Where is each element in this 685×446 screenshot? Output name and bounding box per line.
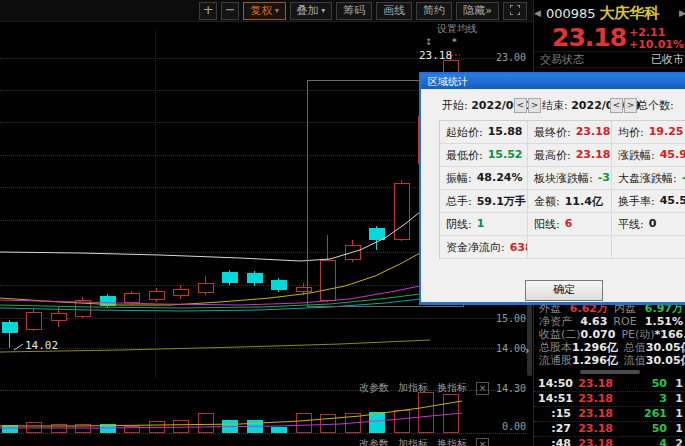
tick-volume: 4 xyxy=(613,437,667,446)
dialog-stat-value: 0 xyxy=(649,217,657,235)
dialog-stat-label: 平线: xyxy=(618,217,644,235)
zoom-out-button[interactable]: − xyxy=(221,2,239,20)
dialog-stat-value: 23.18 xyxy=(576,125,611,143)
axis-price-label: 15.00 xyxy=(488,313,526,324)
dialog-stat-label: 资金净流向: xyxy=(446,240,505,258)
chart-toolbar: +−复权 ▾叠加 ▾筹码画线简约隐藏» xyxy=(0,0,533,22)
dialog-stat-label: 板块涨跌幅: xyxy=(534,171,593,189)
indicator-link-row-2: 改参数加指标换指标× xyxy=(0,437,489,446)
volume-bar xyxy=(296,413,312,433)
dialog-stat-cell: 最低价:15.52 xyxy=(440,144,527,166)
volume-bar xyxy=(271,427,287,433)
candle-body xyxy=(222,272,238,283)
start-date-next-button[interactable]: > xyxy=(528,98,541,113)
stat-value: 1.51% xyxy=(645,315,683,328)
dialog-stat-label: 总手: xyxy=(446,194,472,212)
tick-row[interactable]: :1523.182611 xyxy=(534,407,685,422)
tick-time: :15 xyxy=(538,407,571,421)
dialog-stat-label: 最低价: xyxy=(446,148,483,166)
dialog-stat-cell: 大盘涨跌幅:-3.99% xyxy=(611,167,685,189)
set-ma-link[interactable]: 设置均线 xyxy=(437,22,477,36)
volume-bar xyxy=(443,394,459,433)
zoom-in-button[interactable]: + xyxy=(199,2,217,20)
dialog-stat-cell: 最终价:23.18 xyxy=(527,121,611,143)
fullscreen-button[interactable] xyxy=(503,2,527,20)
indicator-link-row: 改参数加指标换指标× xyxy=(0,381,489,395)
dialog-stat-label: 换手率: xyxy=(618,194,655,212)
price-change-percent: +10.01% xyxy=(629,38,684,51)
stat-label: 收益(二) xyxy=(539,328,581,341)
marked-low-label: 14.02 xyxy=(25,339,58,352)
tick-count: 2 xyxy=(667,437,683,446)
add-indicator-link[interactable]: 加指标 xyxy=(398,381,428,395)
dialog-stat-cell: 均价:19.25 xyxy=(611,121,685,143)
change-params-link[interactable]: 改参数 xyxy=(359,437,389,446)
panel-divider-handle[interactable] xyxy=(580,370,640,374)
prev-stock-icon[interactable]: ◀ xyxy=(534,8,541,18)
stat-label: ROE xyxy=(613,315,636,328)
tick-price: 23.18 xyxy=(571,392,613,406)
axis-price-label: 14.30 xyxy=(488,383,526,394)
fuquan-button[interactable]: 复权 ▾ xyxy=(243,2,286,20)
stat-value: *166.46 xyxy=(655,328,685,341)
stock-app-window: 23.0015.0014.0014.300.00 23.18 14.02 ↕ *… xyxy=(0,0,685,446)
dialog-stat-value: 45.97% xyxy=(660,148,685,166)
stat-value: 1.296亿 xyxy=(572,341,618,354)
axis-price-label: 0.00 xyxy=(488,421,526,432)
updown-arrow-marker-icon[interactable]: ↕ xyxy=(425,37,433,47)
candle-body xyxy=(100,296,116,306)
stat-value: 30.05亿 xyxy=(646,354,685,367)
tick-row[interactable]: 14:5023.18501 xyxy=(534,377,685,392)
close-indicator-icon[interactable]: × xyxy=(476,382,489,395)
change-params-link[interactable]: 改参数 xyxy=(359,381,389,395)
chips-button[interactable]: 筹码 xyxy=(336,2,372,20)
panel-collapse-handle-icon[interactable]: › xyxy=(525,344,529,357)
tick-row[interactable]: :4823.1842 xyxy=(534,437,685,446)
add-indicator-link[interactable]: 加指标 xyxy=(398,437,428,446)
dialog-stat-label: 涨跌幅: xyxy=(618,148,655,166)
close-indicator-icon[interactable]: × xyxy=(476,438,489,446)
switch-indicator-link[interactable]: 换指标 xyxy=(437,381,467,395)
volume-bar xyxy=(320,414,336,433)
end-date-prev-button[interactable]: < xyxy=(610,98,623,113)
tick-volume: 261 xyxy=(613,407,667,421)
candle-body xyxy=(2,322,18,333)
dialog-stat-label: 大盘涨跌幅: xyxy=(618,171,677,189)
volume-bar xyxy=(222,420,238,433)
tick-volume: 50 xyxy=(613,422,667,436)
stat-row: 总股本1.296亿总值30.05亿 xyxy=(534,341,685,354)
dialog-stat-cell xyxy=(527,236,611,258)
simple-button[interactable]: 简约 xyxy=(416,2,452,20)
overlay-button[interactable]: 叠加 ▾ xyxy=(290,2,333,20)
stat-label: 净资产 xyxy=(539,315,572,328)
tick-time: 14:51 xyxy=(538,392,571,406)
start-date-prev-button[interactable]: < xyxy=(514,98,527,113)
dialog-title[interactable]: 区域统计 xyxy=(421,74,685,89)
tick-count: 1 xyxy=(667,377,683,391)
tick-list[interactable]: 14:5023.1850114:5123.1831:1523.182611:27… xyxy=(534,377,685,446)
volume-bar xyxy=(418,392,434,433)
dialog-stat-row: 起始价:15.88最终价:23.18均价:19.25 xyxy=(440,121,685,144)
tick-row[interactable]: :2723.18501 xyxy=(534,422,685,437)
tick-price: 23.18 xyxy=(571,422,613,436)
next-stock-icon[interactable]: ▶ xyxy=(679,8,685,18)
tick-row[interactable]: 14:5123.1831 xyxy=(534,392,685,407)
stat-label: 总值 xyxy=(624,341,646,354)
tick-price: 23.18 xyxy=(571,437,613,446)
hide-button[interactable]: 隐藏» xyxy=(456,2,499,20)
stat-value: 0.070 xyxy=(581,328,616,341)
panel-scrollbar[interactable] xyxy=(527,300,532,376)
dialog-stat-cell: 最高价:23.18 xyxy=(527,144,611,166)
volume-bar xyxy=(124,426,140,433)
drawline-button[interactable]: 画线 xyxy=(376,2,412,20)
dialog-stat-label: 阳线: xyxy=(534,217,560,235)
dialog-stat-value: 15.88 xyxy=(488,125,523,143)
end-date-next-button[interactable]: > xyxy=(624,98,637,113)
candle-body xyxy=(173,289,189,296)
flower-marker-icon[interactable]: * xyxy=(452,37,457,47)
stat-value: 30.05亿 xyxy=(646,341,685,354)
switch-indicator-link[interactable]: 换指标 xyxy=(437,437,467,446)
ok-button[interactable]: 确定 xyxy=(525,280,603,301)
bar-count-label: 总个数: xyxy=(637,99,674,112)
axis-price-label: 14.00 xyxy=(488,343,526,354)
